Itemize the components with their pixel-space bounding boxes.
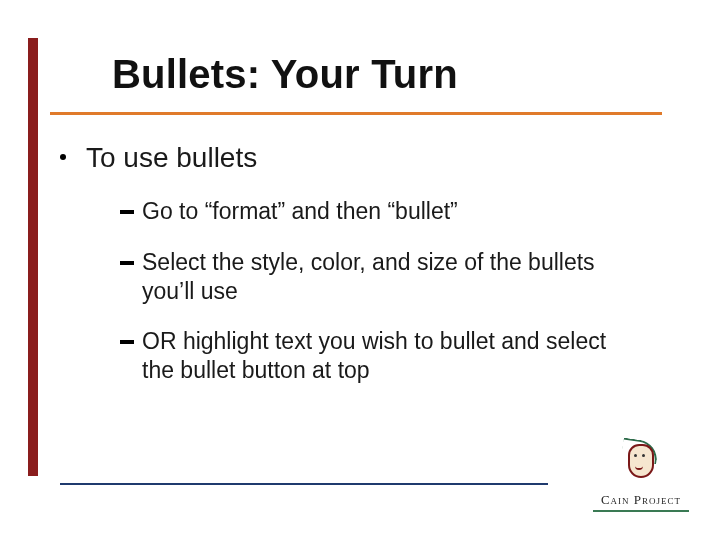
left-accent-stripe: [28, 38, 38, 476]
bullet-level1: To use bullets: [60, 140, 650, 175]
bullet-level2-group: Go to “format” and then “bullet” Select …: [120, 197, 650, 385]
bullet-level2-text: Go to “format” and then “bullet”: [142, 197, 458, 226]
slide: Bullets: Your Turn To use bullets Go to …: [0, 0, 720, 540]
slide-body: To use bullets Go to “format” and then “…: [60, 140, 650, 385]
bottom-divider-line: [60, 483, 548, 485]
bullet-dash-icon: [120, 261, 134, 265]
bullet-level2-text: Select the style, color, and size of the…: [142, 248, 612, 306]
title-underline: [50, 112, 662, 115]
logo-underline: [593, 510, 689, 512]
bullet-dot-icon: [60, 154, 66, 160]
slide-title: Bullets: Your Turn: [112, 52, 458, 97]
bullet-dash-icon: [120, 210, 134, 214]
logo-mark-icon: [622, 442, 660, 484]
bullet-level1-text: To use bullets: [86, 140, 257, 175]
bullet-dash-icon: [120, 340, 134, 344]
bullet-level2: Go to “format” and then “bullet”: [120, 197, 650, 226]
bullet-level2: OR highlight text you wish to bullet and…: [120, 327, 650, 385]
logo-text: Cain Project: [586, 492, 696, 508]
footer-logo: Cain Project: [586, 442, 696, 512]
bullet-level2: Select the style, color, and size of the…: [120, 248, 650, 306]
bullet-level2-text: OR highlight text you wish to bullet and…: [142, 327, 612, 385]
